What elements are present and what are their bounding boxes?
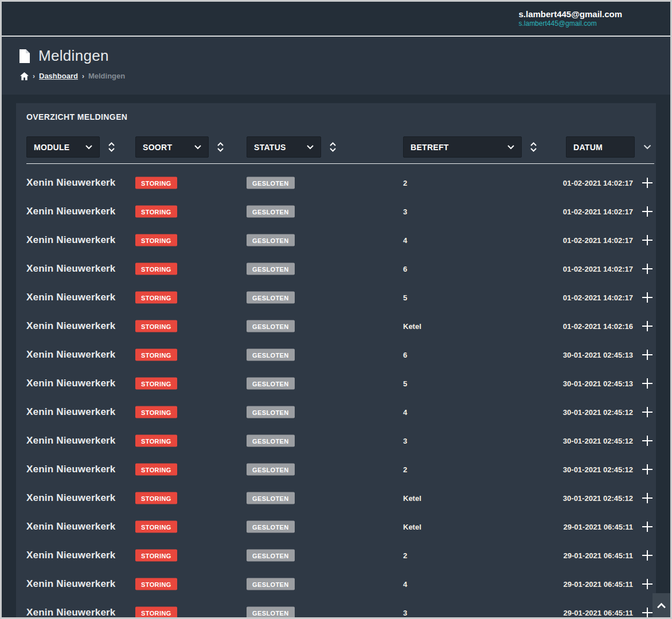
file-icon [19,49,30,64]
module-header-label: MODULE [34,143,69,152]
row-betreft: 6 [403,265,407,273]
expand-row-button[interactable] [639,177,656,189]
row-status-cell: GESLOTEN [247,550,295,562]
row-module: Xenin Nieuwerkerk [26,607,116,618]
table-row: Xenin Nieuwerkerk STORING GESLOTEN 3 29-… [16,598,656,619]
row-status-cell: GESLOTEN [247,521,295,533]
expand-row-button[interactable] [639,263,656,275]
breadcrumb-separator: › [33,72,35,80]
row-status-cell: GESLOTEN [247,292,295,304]
user-email: s.lambert445@gmail.com [518,9,622,20]
row-soort-cell: STORING [135,406,177,418]
expand-row-button[interactable] [639,348,656,361]
soort-status-badge: STORING [135,320,177,332]
row-module: Xenin Nieuwerkerk [26,492,116,504]
expand-row-button[interactable] [639,520,656,533]
table-row: Xenin Nieuwerkerk STORING GESLOTEN Ketel… [16,512,656,541]
row-betreft: 6 [403,351,407,359]
datum-sort-button[interactable] [643,144,651,150]
soort-sort-button[interactable] [217,142,224,152]
status-filter-select[interactable]: STATUS [247,136,321,158]
scroll-to-top-button[interactable] [653,593,670,617]
row-status-cell: GESLOTEN [247,406,295,418]
panel-title: OVERZICHT MELDINGEN [26,112,656,122]
row-betreft: 3 [403,437,407,445]
row-module: Xenin Nieuwerkerk [26,263,116,275]
table-header-row: MODULE SOORT STATUS BETREFT [16,136,656,158]
status-badge: GESLOTEN [247,492,295,504]
row-module: Xenin Nieuwerkerk [26,578,116,590]
table-row: Xenin Nieuwerkerk STORING GESLOTEN 6 30-… [16,340,656,369]
row-betreft: 2 [403,551,407,560]
soort-status-badge: STORING [135,464,177,476]
row-module: Xenin Nieuwerkerk [26,378,116,389]
user-email-link[interactable]: s.lambert445@gmail.com [518,19,622,28]
row-module: Xenin Nieuwerkerk [26,464,116,475]
plus-icon [641,320,654,332]
datum-filter-input[interactable]: DATUM [566,136,635,158]
plus-icon [641,291,654,304]
row-status-cell: GESLOTEN [247,435,295,447]
page-header: Meldingen › Dashboard › Meldingen [2,37,670,95]
status-badge: GESLOTEN [247,406,295,418]
plus-icon [641,234,654,246]
plus-icon [641,463,654,476]
chevron-down-icon [194,145,201,150]
expand-row-button[interactable] [639,205,656,218]
row-soort-cell: STORING [135,320,177,332]
expand-row-button[interactable] [639,377,656,390]
row-datum: 30-01-2021 02:45:12 [563,465,633,474]
betreft-header-label: BETREFT [411,143,449,152]
row-module: Xenin Nieuwerkerk [26,550,116,561]
soort-status-badge: STORING [135,578,177,590]
row-status-cell: GESLOTEN [247,320,295,332]
plus-icon [641,520,654,533]
table-row: Xenin Nieuwerkerk STORING GESLOTEN 6 01-… [16,254,656,283]
status-badge: GESLOTEN [247,263,295,275]
expand-row-button[interactable] [639,492,656,504]
expand-row-button[interactable] [639,234,656,246]
home-icon[interactable] [20,72,29,80]
module-sort-button[interactable] [108,142,115,152]
row-datum: 30-01-2021 02:45:12 [563,494,633,503]
module-filter-select[interactable]: MODULE [26,136,100,158]
betreft-filter-select[interactable]: BETREFT [403,136,522,158]
expand-row-button[interactable] [639,549,656,562]
soort-filter-select[interactable]: SOORT [135,136,209,158]
status-badge: GESLOTEN [247,320,295,332]
row-module: Xenin Nieuwerkerk [26,406,116,418]
breadcrumb-dashboard-link[interactable]: Dashboard [39,72,78,80]
status-header-label: STATUS [254,143,286,152]
row-betreft: 4 [403,580,407,589]
status-sort-button[interactable] [329,142,337,152]
status-badge: GESLOTEN [247,378,295,390]
row-datum: 30-01-2021 02:45:13 [563,379,633,388]
expand-row-button[interactable] [639,434,656,447]
expand-row-button[interactable] [639,320,656,332]
expand-row-button[interactable] [639,291,656,304]
expand-row-button[interactable] [639,463,656,476]
table-row: Xenin Nieuwerkerk STORING GESLOTEN 4 30-… [16,398,656,426]
topbar: s.lambert445@gmail.com s.lambert445@gmai… [2,2,670,37]
row-module: Xenin Nieuwerkerk [26,349,116,361]
row-datum: 30-01-2021 02:45:12 [563,408,633,417]
status-badge: GESLOTEN [247,464,295,476]
table-row: Xenin Nieuwerkerk STORING GESLOTEN Ketel… [16,312,656,340]
status-badge: GESLOTEN [247,349,295,361]
soort-status-badge: STORING [135,435,177,447]
row-datum: 01-02-2021 14:02:17 [563,236,633,245]
row-datum: 01-02-2021 14:02:16 [563,322,633,331]
plus-icon [641,377,654,390]
chevron-down-icon [307,145,314,150]
table-row: Xenin Nieuwerkerk STORING GESLOTEN 2 29-… [16,541,656,570]
betreft-sort-button[interactable] [530,142,537,152]
table-row: Xenin Nieuwerkerk STORING GESLOTEN 3 01-… [16,197,656,226]
row-betreft: Ketel [403,322,421,331]
table-row: Xenin Nieuwerkerk STORING GESLOTEN 2 30-… [16,455,656,484]
expand-row-button[interactable] [639,406,656,418]
table-row: Xenin Nieuwerkerk STORING GESLOTEN 5 30-… [16,369,656,398]
soort-status-badge: STORING [135,292,177,304]
chevron-down-icon [85,145,92,150]
expand-row-button[interactable] [639,578,656,590]
row-datum: 01-02-2021 14:02:17 [563,265,633,273]
